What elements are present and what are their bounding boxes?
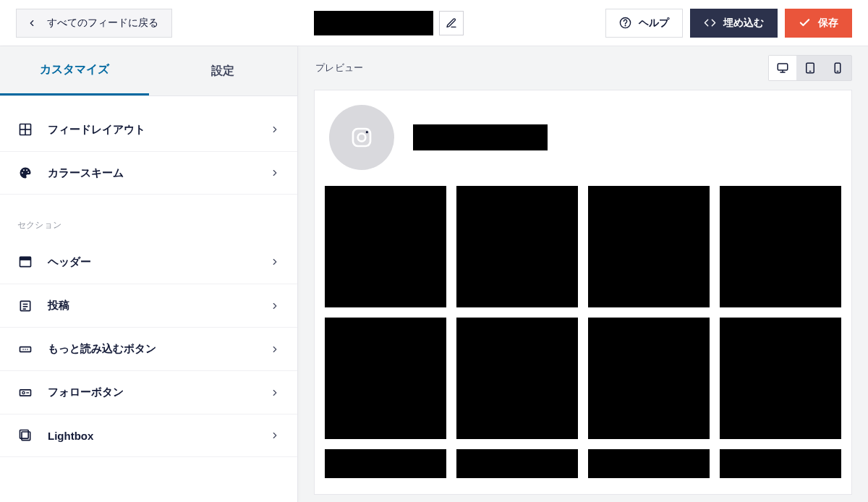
header-icon <box>18 255 33 269</box>
sidebar-item-label: フィードレイアウト <box>48 123 255 137</box>
post-thumbnail[interactable] <box>456 449 578 478</box>
feed-title-group <box>314 11 464 35</box>
topbar: すべてのフィードに戻る ヘルプ 埋め込む 保存 <box>0 0 868 46</box>
save-button[interactable]: 保存 <box>785 9 852 38</box>
desktop-icon <box>776 61 789 75</box>
sidebar-menu-sections: ヘッダー 投稿 もっと読み込むボタン フォローボタン Lightbox <box>0 240 297 457</box>
sidebar-item-label: カラースキーム <box>48 166 255 180</box>
layout-icon <box>18 122 33 137</box>
sidebar-item-label: ヘッダー <box>48 255 255 269</box>
posts-grid-next-row <box>325 449 841 478</box>
sidebar: カスタマイズ 設定 フィードレイアウト カラースキーム セクション ヘッダー <box>0 46 298 502</box>
preview-heading: プレビュー <box>315 61 363 75</box>
sidebar-item-loadmore-button[interactable]: もっと読み込むボタン <box>0 327 297 370</box>
device-switch <box>768 55 852 81</box>
device-mobile[interactable] <box>824 56 851 80</box>
chevron-right-icon <box>270 388 280 398</box>
tab-settings-label: 設定 <box>211 64 234 79</box>
device-desktop[interactable] <box>769 56 796 80</box>
sidebar-tabs: カスタマイズ 設定 <box>0 46 297 96</box>
code-icon <box>704 17 716 29</box>
palette-icon <box>18 166 33 180</box>
post-thumbnail[interactable] <box>720 186 841 307</box>
sidebar-item-lightbox[interactable]: Lightbox <box>0 414 297 457</box>
sidebar-item-feed-layout[interactable]: フィードレイアウト <box>0 108 297 151</box>
sidebar-item-label: もっと読み込むボタン <box>48 342 255 356</box>
preview-canvas <box>298 90 868 502</box>
sidebar-item-posts[interactable]: 投稿 <box>0 284 297 327</box>
post-thumbnail[interactable] <box>325 318 446 439</box>
chevron-right-icon <box>270 301 280 311</box>
feed-account-name-redacted <box>413 124 548 150</box>
sidebar-item-header[interactable]: ヘッダー <box>0 240 297 284</box>
post-thumbnail[interactable] <box>720 318 841 439</box>
embed-button[interactable]: 埋め込む <box>690 9 778 38</box>
sidebar-item-label: フォローボタン <box>48 386 255 399</box>
preview-frame <box>314 90 852 495</box>
edit-title-button[interactable] <box>439 11 464 35</box>
feed-title-redacted <box>314 11 433 35</box>
post-thumbnail[interactable] <box>456 186 578 307</box>
tab-settings[interactable]: 設定 <box>149 46 298 95</box>
chevron-right-icon <box>270 124 280 135</box>
lightbox-icon <box>18 428 33 443</box>
post-thumbnail[interactable] <box>325 186 446 307</box>
mobile-icon <box>831 61 844 75</box>
post-thumbnail[interactable] <box>720 449 841 478</box>
embed-button-label: 埋め込む <box>723 17 764 30</box>
post-thumbnail[interactable] <box>325 449 446 478</box>
post-thumbnail[interactable] <box>588 186 710 307</box>
back-button[interactable]: すべてのフィードに戻る <box>16 9 172 38</box>
tab-customize-label: カスタマイズ <box>40 62 109 77</box>
sidebar-section-heading: セクション <box>0 195 297 240</box>
help-button[interactable]: ヘルプ <box>605 9 683 38</box>
device-tablet[interactable] <box>796 56 824 80</box>
sidebar-item-label: 投稿 <box>48 299 255 312</box>
post-thumbnail[interactable] <box>588 318 710 439</box>
tablet-icon <box>804 61 817 75</box>
post-thumbnail[interactable] <box>456 318 578 439</box>
tab-customize[interactable]: カスタマイズ <box>0 46 149 95</box>
sidebar-item-label: Lightbox <box>48 430 255 442</box>
help-icon <box>619 17 631 29</box>
feed-avatar <box>329 105 394 170</box>
chevron-left-icon <box>27 18 37 28</box>
follow-icon <box>18 386 33 400</box>
chevron-right-icon <box>270 257 280 267</box>
check-icon <box>799 17 811 29</box>
post-icon <box>18 299 33 313</box>
chevron-right-icon <box>270 168 280 178</box>
pencil-icon <box>446 17 457 29</box>
help-button-label: ヘルプ <box>639 17 669 30</box>
loadmore-icon <box>18 342 33 357</box>
save-button-label: 保存 <box>818 17 838 30</box>
instagram-icon <box>350 126 373 149</box>
preview-area: プレビュー <box>298 46 868 502</box>
post-thumbnail[interactable] <box>588 449 710 478</box>
sidebar-item-color-scheme[interactable]: カラースキーム <box>0 151 297 195</box>
chevron-right-icon <box>270 344 280 354</box>
sidebar-item-follow-button[interactable]: フォローボタン <box>0 370 297 414</box>
sidebar-menu-primary: フィードレイアウト カラースキーム <box>0 96 297 195</box>
posts-grid <box>325 186 841 439</box>
back-button-label: すべてのフィードに戻る <box>47 17 158 30</box>
preview-bar: プレビュー <box>298 46 868 90</box>
topbar-actions: ヘルプ 埋め込む 保存 <box>605 9 852 38</box>
feed-header <box>325 90 841 186</box>
chevron-right-icon <box>270 430 280 441</box>
